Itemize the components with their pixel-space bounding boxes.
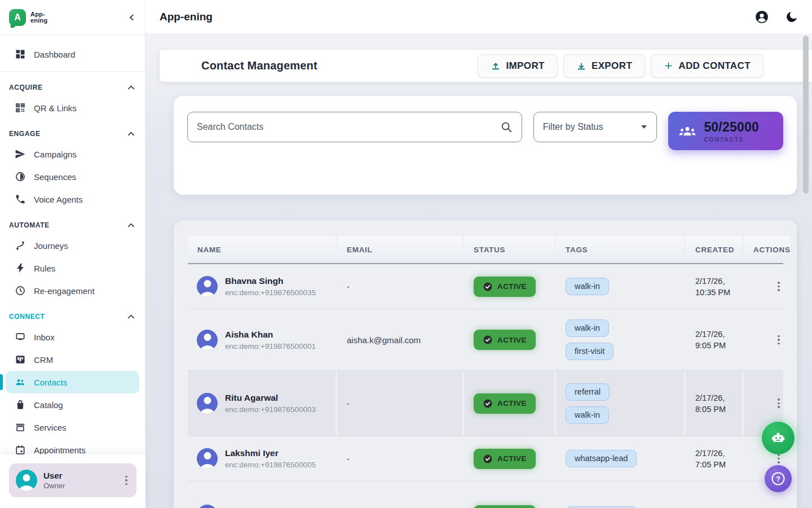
contact-tags-cell: walk-in [556, 264, 684, 309]
column-header-actions: ACTIONS [744, 236, 791, 263]
sidebar-item-label: Inbox [34, 332, 55, 342]
status-badge: ACTIVE [474, 277, 536, 297]
sidebar-item-appointments[interactable]: Appointments [0, 439, 145, 454]
section-label: ACQUIRE [9, 84, 43, 91]
sidebar-item-services[interactable]: Services [0, 416, 145, 439]
import-button[interactable]: IMPORT [478, 54, 558, 78]
contact-status-cell: ACTIVE [464, 371, 554, 436]
tag-pill: walk-in [566, 278, 609, 295]
contact-tags-cell: whatsapp-lead [556, 436, 684, 481]
section-label: CONNECT [9, 313, 45, 321]
chevron-up-icon [127, 314, 135, 319]
sidebar-item-journeys[interactable]: Journeys [0, 234, 145, 257]
status-filter-select[interactable]: Filter by Status [533, 112, 657, 142]
contact-status-cell: ACTIVE [464, 264, 554, 309]
row-actions-menu-button[interactable] [774, 395, 783, 411]
contact-actions-cell [744, 309, 783, 370]
sidebar-item-voice-agents[interactable]: Voice Agents [0, 188, 145, 211]
sidebar-item-label: Sequences [34, 172, 76, 182]
sidebar-item-sequences[interactable]: Sequences [0, 165, 145, 188]
contact-email [337, 481, 462, 508]
upload-icon [491, 61, 501, 71]
sidebar-item-label: QR & Links [34, 103, 77, 113]
tag-pill: walk-in [566, 319, 609, 337]
contact-name: Ritu Agarwal [225, 393, 316, 403]
contact-created-cell: 2/17/26, [686, 481, 742, 508]
table-header: NAME EMAIL STATUS TAGS CREATED ACTIONS [188, 236, 783, 264]
sidebar-item-inbox[interactable]: Inbox [0, 326, 145, 348]
user-card[interactable]: User Owner [9, 463, 136, 497]
contact-phone: enc:demo:+919876500035 [225, 288, 316, 297]
column-header-tags[interactable]: TAGS [556, 236, 684, 263]
chevron-left-icon [128, 14, 136, 21]
sidebar: A App- ening Dashboard ACQUIRE QR & Link… [0, 0, 145, 508]
svg-text:?: ? [776, 475, 780, 483]
column-header-email[interactable]: EMAIL [337, 236, 462, 263]
contact-avatar [197, 330, 218, 351]
dashboard-icon [15, 49, 26, 60]
section-automate[interactable]: AUTOMATE [0, 220, 145, 231]
contact-name: Aisha Khan [225, 330, 316, 340]
created-time: 10:35 PM [695, 287, 730, 298]
sidebar-item-contacts[interactable]: Contacts [6, 371, 139, 393]
column-header-name[interactable]: NAME [188, 236, 336, 263]
user-avatar [16, 470, 37, 491]
row-actions-menu-button[interactable] [774, 278, 783, 295]
inbox-icon [15, 331, 26, 343]
export-button[interactable]: EXPORT [563, 54, 645, 78]
qr-code-icon [15, 102, 26, 113]
calendar-icon [15, 444, 26, 454]
sidebar-item-campaigns[interactable]: Campaigns [0, 143, 145, 165]
table-row: Aisha Khan enc:demo:+919876500001 aisha.… [188, 309, 783, 371]
status-label: ACTIVE [497, 454, 527, 463]
table-row: Lakshmi Iyer enc:demo:+919876500005 - AC… [188, 436, 783, 481]
help-fab-button[interactable]: ? [765, 465, 792, 492]
column-header-status[interactable]: STATUS [464, 236, 554, 263]
add-contact-label: ADD CONTACT [678, 60, 751, 72]
user-menu-button[interactable] [122, 472, 131, 489]
sidebar-item-catalog[interactable]: Catalog [0, 393, 145, 416]
contact-name-cell: Lakshmi Iyer enc:demo:+919876500005 [188, 436, 336, 481]
sidebar-collapse-button[interactable] [128, 14, 136, 21]
route-icon [15, 240, 26, 251]
chevron-up-icon [127, 222, 135, 228]
status-badge: ACTIVE [474, 330, 536, 350]
contact-name-cell: Jyoti Rawat [188, 481, 336, 508]
contact-name-cell: Ritu Agarwal enc:demo:+919876500003 [188, 371, 336, 436]
contact-tags-cell: referral walk-in [556, 371, 684, 436]
export-label: EXPORT [592, 60, 632, 72]
contact-email: - [337, 264, 462, 309]
contact-tags-cell: walk-in first-visit [556, 309, 684, 370]
search-icon[interactable] [500, 121, 513, 133]
row-actions-menu-button[interactable] [774, 332, 783, 348]
column-header-created[interactable]: CREATED [686, 236, 742, 263]
section-connect[interactable]: CONNECT [0, 311, 145, 322]
add-contact-button[interactable]: ADD CONTACT [651, 54, 764, 78]
vertical-scrollbar-thumb[interactable] [803, 36, 809, 194]
search-input[interactable] [197, 122, 500, 132]
robot-icon [770, 430, 786, 446]
sidebar-item-rules[interactable]: Rules [0, 257, 145, 279]
check-circle-icon [483, 398, 493, 409]
sidebar-item-label: Contacts [34, 378, 67, 387]
contact-created-cell: 2/17/26, 9:05 PM [686, 309, 742, 370]
sidebar-item-re-engagement[interactable]: Re-engagement [0, 279, 145, 302]
sidebar-item-crm[interactable]: CRM [0, 348, 145, 371]
section-engage[interactable]: ENGAGE [0, 128, 145, 139]
contact-phone: enc:demo:+919876500003 [225, 405, 316, 414]
section-acquire[interactable]: ACQUIRE [0, 82, 145, 93]
contact-tags-cell: campaign-lead [556, 481, 684, 508]
account-button[interactable] [754, 10, 769, 24]
tag-pill: referral [566, 383, 610, 401]
sidebar-item-dashboard[interactable]: Dashboard [0, 43, 145, 65]
dark-mode-toggle[interactable] [785, 10, 798, 24]
sidebar-item-qr-links[interactable]: QR & Links [0, 97, 145, 119]
search-contacts-field[interactable] [187, 112, 522, 142]
groups-icon [678, 124, 696, 138]
contact-email: aisha.k@gmail.com [337, 309, 462, 370]
logo-line2: ening [30, 17, 47, 24]
sidebar-nav: Dashboard ACQUIRE QR & Links ENGAGE Camp… [0, 35, 145, 454]
contact-toolbar: Contact Management IMPORT EXPORT ADD CON… [160, 50, 812, 82]
chatbot-fab-button[interactable] [762, 422, 795, 454]
sidebar-item-label: Re-engagement [34, 286, 95, 296]
